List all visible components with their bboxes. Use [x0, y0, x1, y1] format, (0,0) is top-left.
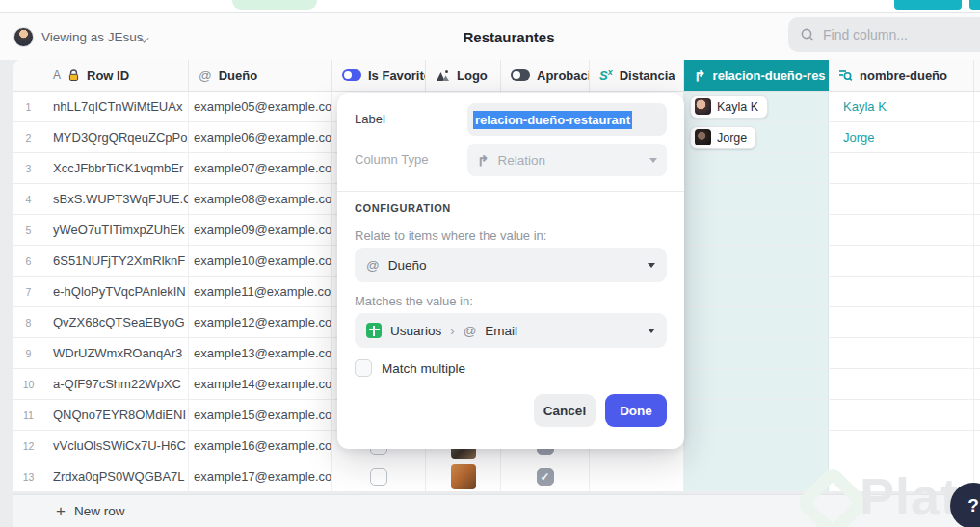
cell-relacion[interactable]	[684, 461, 829, 491]
column-header-sliver	[974, 60, 980, 91]
column-label: Is Favorite	[368, 68, 426, 83]
cell-nombre-dueno[interactable]	[829, 277, 974, 306]
matches-column-value: Email	[485, 324, 517, 338]
cell-logo[interactable]	[426, 461, 501, 491]
cell-relacion[interactable]	[684, 277, 829, 306]
matches-column-dropdown[interactable]: Usuarios › @ Email	[355, 313, 667, 348]
column-header-nombre-dueno[interactable]: nombre-dueño	[829, 60, 974, 91]
cell-row-id[interactable]: QNQno7EYR8OMdiENI	[43, 400, 189, 430]
cell-sliver	[974, 369, 980, 399]
cell-nombre-dueno[interactable]	[829, 246, 974, 276]
cell-sliver	[974, 153, 980, 183]
cell-dueno[interactable]: example05@example.com	[189, 92, 332, 121]
cell-relacion[interactable]	[684, 338, 829, 368]
cell-row-id[interactable]: XccJFbbrTiCK1vqmbEr	[43, 153, 189, 183]
cell-dueno[interactable]: example12@example.com	[189, 307, 332, 337]
cell-row-id[interactable]: nhLL7qICTnWiMtEUAx	[43, 92, 189, 121]
cell-nombre-dueno[interactable]	[829, 461, 974, 491]
chip-label: Kayla K	[717, 100, 758, 114]
chevron-down-icon	[649, 158, 657, 163]
cell-relacion[interactable]	[684, 246, 829, 276]
edit-column-modal: Label relacion-dueño-restaurant Column T…	[337, 93, 684, 449]
cell-aprobacion[interactable]: ✓	[501, 461, 590, 491]
cell-dueno[interactable]: example13@example.com	[189, 338, 332, 368]
cell-nombre-dueno[interactable]	[829, 369, 974, 399]
cell-relacion[interactable]	[684, 215, 829, 245]
cell-nombre-dueno[interactable]	[829, 184, 974, 214]
column-header-row-id[interactable]: A Row ID	[43, 60, 189, 91]
top-strip	[0, 0, 980, 13]
cell-dueno[interactable]: example06@example.com	[189, 122, 332, 152]
column-header-dueno[interactable]: @ Dueño	[189, 60, 332, 91]
lock-icon	[67, 69, 80, 82]
cell-dueno[interactable]: example14@example.com	[189, 369, 332, 399]
cell-row-id[interactable]: MYD3QrgQRqeuZCpPo	[43, 122, 189, 152]
search-input[interactable]	[823, 27, 967, 42]
cell-row-id[interactable]: 6S51NUFjTY2XmRlknF	[43, 246, 189, 276]
done-button[interactable]: Done	[605, 394, 667, 427]
cell-dueno[interactable]: example07@example.com	[189, 153, 332, 183]
search-box[interactable]	[788, 17, 980, 52]
cell-nombre-dueno[interactable]: Kayla K	[829, 92, 974, 121]
new-row-button[interactable]: New row	[74, 504, 125, 518]
cell-dueno[interactable]: example16@example.com	[189, 431, 332, 461]
cell-nombre-dueno[interactable]	[829, 431, 974, 461]
cell-dueno[interactable]: example10@example.com	[189, 246, 332, 276]
cell-row-id[interactable]: sBxS.WUPT3WqFJUE.C	[43, 184, 189, 214]
cell-dueno[interactable]: example09@example.com	[189, 215, 332, 245]
table-row[interactable]: 13Zrdxa0qPS0WQGBA7Lexample17@example.com…	[13, 461, 980, 492]
user-avatar[interactable]	[13, 27, 34, 47]
cell-is-favorite[interactable]	[332, 461, 426, 491]
relation-chip[interactable]: Kayla K	[690, 95, 768, 119]
relate-column-dropdown[interactable]: @ Dueño	[355, 248, 667, 282]
cell-nombre-dueno[interactable]	[829, 153, 974, 183]
match-multiple-checkbox[interactable]	[355, 359, 372, 377]
logo-image[interactable]	[451, 464, 476, 489]
viewing-as-label[interactable]: Viewing as JEsus	[41, 27, 144, 47]
cell-nombre-dueno[interactable]	[829, 215, 974, 245]
cell-nombre-dueno[interactable]: Jorge	[829, 122, 974, 152]
cell-nombre-dueno[interactable]	[829, 338, 974, 368]
column-label: Row ID	[87, 68, 129, 83]
cell-dueno[interactable]: example11@example.com	[189, 277, 332, 306]
aprobacion-checkbox[interactable]: ✓	[537, 468, 554, 486]
plus-icon: +	[56, 503, 66, 519]
cell-distancia[interactable]	[590, 461, 684, 491]
column-header-aprobacion[interactable]: Aprobación	[501, 60, 590, 91]
column-label: Dueño	[219, 68, 257, 83]
divider	[337, 191, 684, 192]
cell-relacion[interactable]	[684, 153, 829, 183]
cell-relacion[interactable]	[684, 369, 829, 399]
column-header-logo[interactable]: Logo	[426, 60, 501, 91]
cell-row-id[interactable]: Zrdxa0qPS0WQGBA7L	[43, 461, 189, 491]
cell-relacion[interactable]	[684, 184, 829, 214]
cancel-button[interactable]: Cancel	[534, 394, 596, 427]
cell-nombre-dueno[interactable]	[829, 400, 974, 430]
cell-row-id[interactable]: QvZX68cQTSeaEByoG	[43, 307, 189, 337]
cell-row-id[interactable]: vVcluOlsSWiCx7U-H6C	[43, 431, 189, 461]
column-header-relacion-selected[interactable]: ↱ relacion-dueño-res	[684, 60, 829, 91]
relation-chip[interactable]: Jorge	[690, 126, 756, 149]
cell-relacion[interactable]: Kayla K	[684, 92, 829, 121]
cell-relacion[interactable]: Jorge	[684, 122, 829, 152]
cell-row-id[interactable]: WDrUZWmxROanqAr3	[43, 338, 189, 368]
cell-dueno[interactable]: example17@example.com	[189, 461, 332, 491]
label-input[interactable]: relacion-dueño-restaurant	[467, 103, 667, 136]
cell-relacion[interactable]	[684, 400, 829, 430]
cell-sliver	[974, 122, 980, 152]
cell-relacion[interactable]	[684, 307, 829, 337]
cell-row-id[interactable]: e-hQloPyTVqcPAnlekIN	[43, 277, 189, 306]
cell-row-id[interactable]: yWeO7uTITimxpZUhEk	[43, 215, 189, 245]
row-number: 10	[13, 369, 43, 399]
column-type-dropdown[interactable]: ↱ Relation	[467, 144, 667, 176]
matches-table-value: Usuarios	[390, 324, 441, 338]
cell-relacion[interactable]	[684, 431, 829, 461]
favorite-checkbox[interactable]	[370, 468, 387, 486]
cell-dueno[interactable]: example15@example.com	[189, 400, 332, 430]
column-header-is-favorite[interactable]: Is Favorite	[332, 60, 426, 91]
column-header-distancia[interactable]: Sx Distancia	[590, 60, 684, 91]
cell-nombre-dueno[interactable]	[829, 307, 974, 337]
cell-row-id[interactable]: a-QfF97cShm22WpXC	[43, 369, 189, 399]
cell-dueno[interactable]: example08@example.com	[189, 184, 332, 214]
cell-sliver	[974, 277, 980, 306]
